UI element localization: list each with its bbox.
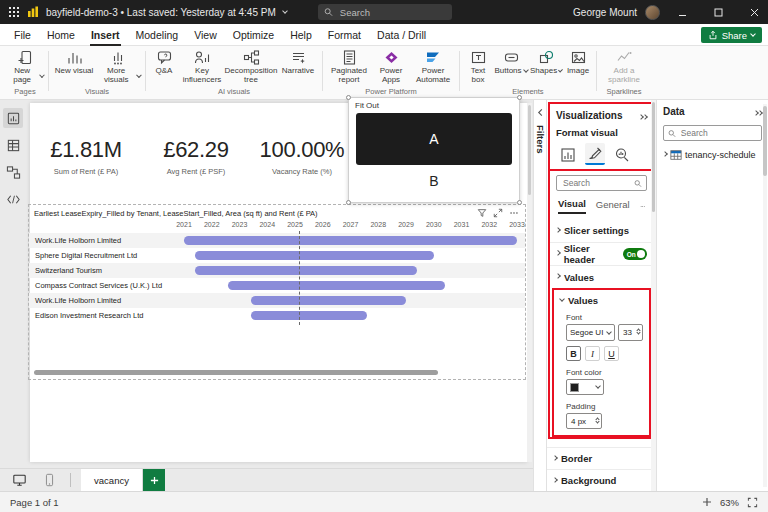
key-influencers-button[interactable]: Key influencers bbox=[179, 48, 225, 86]
text-box-button[interactable]: Text box bbox=[463, 48, 493, 86]
tab-optimize[interactable]: Optimize bbox=[225, 26, 282, 44]
selection-handle[interactable] bbox=[346, 95, 351, 100]
section-background[interactable]: Background bbox=[547, 469, 656, 491]
spin-down-icon[interactable] bbox=[636, 330, 640, 334]
format-visual-tab[interactable] bbox=[585, 143, 605, 165]
fit-to-page-icon[interactable] bbox=[747, 497, 758, 508]
slicer-visual-fit-out[interactable]: Fit Out A B bbox=[348, 97, 520, 203]
global-search[interactable] bbox=[318, 4, 452, 20]
format-tab-general[interactable]: General bbox=[596, 199, 630, 213]
tab-data-drill[interactable]: Data / Drill bbox=[369, 26, 434, 44]
gantt-row[interactable]: Work.Life Holborn Limited bbox=[29, 293, 525, 308]
power-automate-button[interactable]: Power Automate bbox=[410, 48, 456, 86]
canvas-vertical-scrollbar[interactable] bbox=[527, 103, 532, 462]
more-options-icon[interactable] bbox=[509, 208, 519, 218]
section-slicer-settings[interactable]: Slicer settings bbox=[550, 219, 653, 242]
gantt-row[interactable]: Work.Life Holborn Limited bbox=[29, 233, 525, 248]
format-search-input[interactable] bbox=[561, 177, 631, 189]
decomposition-tree-button[interactable]: Decomposition tree bbox=[225, 48, 277, 86]
global-search-input[interactable] bbox=[338, 6, 446, 19]
desktop-layout-button[interactable] bbox=[8, 471, 30, 489]
padding-spinner[interactable]: 4 px bbox=[566, 413, 602, 429]
power-apps-button[interactable]: Power Apps bbox=[372, 48, 410, 86]
shapes-button[interactable]: Shapes bbox=[529, 48, 563, 77]
filter-funnel-icon[interactable] bbox=[477, 208, 487, 218]
format-search-box[interactable] bbox=[556, 175, 647, 191]
format-tab-visual[interactable]: Visual bbox=[558, 198, 586, 214]
section-values-collapsed[interactable]: Values bbox=[550, 265, 653, 288]
title-chevron-down-icon[interactable] bbox=[282, 8, 288, 14]
data-search-box[interactable] bbox=[663, 125, 762, 141]
italic-button[interactable]: I bbox=[585, 346, 600, 361]
gantt-bar[interactable] bbox=[184, 236, 517, 245]
selection-handle[interactable] bbox=[346, 200, 351, 205]
tab-modeling[interactable]: Modeling bbox=[128, 26, 187, 44]
page-tab-vacancy[interactable]: vacancy bbox=[81, 469, 143, 492]
selection-handle[interactable] bbox=[517, 95, 522, 100]
tab-insert[interactable]: Insert bbox=[83, 26, 128, 44]
underline-button[interactable]: U bbox=[604, 346, 619, 361]
paginated-report-button[interactable]: Paginated report bbox=[326, 48, 372, 86]
bold-button[interactable]: B bbox=[566, 346, 581, 361]
table-view-button[interactable] bbox=[3, 135, 23, 155]
build-visual-tab[interactable] bbox=[558, 145, 578, 165]
gantt-bar[interactable] bbox=[195, 251, 434, 260]
narrative-button[interactable]: Narrative bbox=[277, 48, 319, 77]
expand-pane-icon[interactable] bbox=[536, 108, 545, 117]
new-page-tab-button[interactable] bbox=[143, 469, 165, 492]
analytics-tab[interactable] bbox=[612, 145, 632, 165]
font-size-spinner[interactable]: 33 bbox=[618, 324, 643, 341]
qna-button[interactable]: Q&A bbox=[149, 48, 179, 77]
tab-file[interactable]: File bbox=[6, 26, 39, 44]
tab-help[interactable]: Help bbox=[282, 26, 320, 44]
gantt-visual[interactable]: Earliest LeaseExpiry_Filled by Tenant, L… bbox=[28, 204, 526, 380]
model-view-button[interactable] bbox=[3, 162, 23, 182]
close-button[interactable] bbox=[740, 0, 768, 24]
focus-mode-icon[interactable] bbox=[493, 208, 503, 218]
waffle-menu-icon[interactable] bbox=[8, 6, 20, 18]
zoom-in-icon[interactable] bbox=[702, 497, 712, 507]
section-slicer-header[interactable]: Slicer header On bbox=[550, 242, 653, 265]
tab-view[interactable]: View bbox=[186, 26, 225, 44]
selection-handle[interactable] bbox=[517, 200, 522, 205]
slicer-header-toggle[interactable]: On bbox=[623, 248, 647, 260]
data-pane-scrollbar[interactable] bbox=[763, 104, 767, 487]
kpi-card-vacancy-rate[interactable]: 100.00% Vacancy Rate (%) bbox=[244, 137, 360, 176]
dax-query-view-button[interactable] bbox=[3, 189, 23, 209]
gantt-bar[interactable] bbox=[251, 296, 406, 305]
kpi-card-avg-rent[interactable]: £62.29 Avg Rent (£ PSF) bbox=[138, 137, 254, 176]
share-button[interactable]: Share bbox=[701, 27, 762, 43]
filters-pane-collapsed[interactable]: Filters bbox=[533, 100, 547, 491]
buttons-button[interactable]: Buttons bbox=[493, 48, 529, 77]
more-visuals-button[interactable]: More visuals bbox=[96, 48, 142, 86]
report-view-button[interactable] bbox=[3, 108, 23, 128]
more-tabs-icon[interactable] bbox=[640, 201, 645, 212]
gantt-row[interactable]: Switzerland Tourism bbox=[29, 263, 525, 278]
tab-format[interactable]: Format bbox=[320, 26, 369, 44]
gantt-row[interactable]: Edison Investment Research Ltd bbox=[29, 308, 525, 323]
mobile-layout-button[interactable] bbox=[38, 471, 60, 489]
gantt-horizontal-scrollbar[interactable] bbox=[34, 370, 438, 375]
new-page-button[interactable]: New page bbox=[5, 48, 45, 86]
gantt-row[interactable]: Compass Contract Services (U.K.) Ltd bbox=[29, 278, 525, 293]
section-border[interactable]: Border bbox=[547, 447, 656, 469]
kpi-card-sum-rent[interactable]: £1.81M Sum of Rent (£ PA) bbox=[28, 137, 144, 176]
data-search-input[interactable] bbox=[679, 127, 757, 139]
image-button[interactable]: Image bbox=[563, 48, 593, 77]
font-color-dropdown[interactable] bbox=[566, 379, 604, 395]
field-table-tenancy-schedule[interactable]: tenancy-schedule bbox=[657, 141, 768, 161]
slicer-item[interactable]: B bbox=[349, 165, 519, 197]
minimize-button[interactable] bbox=[668, 0, 696, 24]
new-visual-button[interactable]: New visual bbox=[52, 48, 96, 77]
collapse-pane-icon[interactable] bbox=[754, 106, 762, 117]
collapse-pane-icon[interactable] bbox=[639, 110, 647, 121]
maximize-button[interactable] bbox=[704, 0, 732, 24]
gantt-bar[interactable] bbox=[251, 311, 368, 320]
tab-home[interactable]: Home bbox=[39, 26, 83, 44]
gantt-bar[interactable] bbox=[228, 281, 444, 290]
font-family-dropdown[interactable]: Segoe UI bbox=[566, 324, 615, 341]
gantt-row[interactable]: Sphere Digital Recruitment Ltd bbox=[29, 248, 525, 263]
gantt-bar[interactable] bbox=[195, 266, 417, 275]
slicer-item[interactable]: A bbox=[356, 113, 512, 165]
values-section-header[interactable]: Values bbox=[554, 290, 649, 310]
